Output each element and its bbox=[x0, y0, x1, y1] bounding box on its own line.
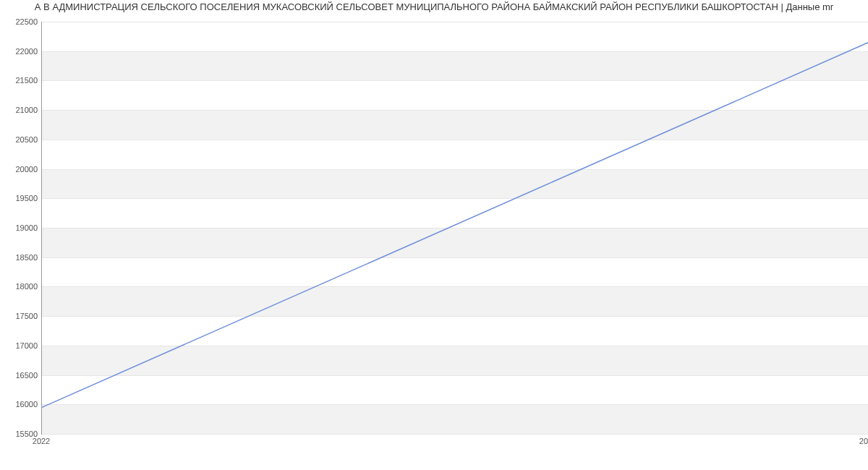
y-tick-label: 18500 bbox=[3, 253, 38, 262]
x-tick-label: 2024 bbox=[859, 437, 868, 445]
y-tick-label: 18000 bbox=[3, 282, 38, 291]
y-tick-label: 21500 bbox=[3, 76, 38, 85]
y-tick-label: 20000 bbox=[3, 165, 38, 174]
y-tick-label: 21000 bbox=[3, 106, 38, 114]
y-tick-label: 22000 bbox=[3, 47, 38, 56]
x-tick-label: 2022 bbox=[33, 437, 50, 445]
chart-title-text: А В АДМИНИСТРАЦИЯ СЕЛЬСКОГО ПОСЕЛЕНИЯ МУ… bbox=[35, 1, 833, 12]
y-tick-label: 22500 bbox=[3, 17, 38, 26]
y-tick-label: 17000 bbox=[3, 341, 38, 350]
grid-line bbox=[42, 434, 868, 435]
y-tick-label: 19000 bbox=[3, 223, 38, 232]
y-tick-label: 16000 bbox=[3, 400, 38, 409]
y-tick-label: 16500 bbox=[3, 371, 38, 380]
chart-container: А В АДМИНИСТРАЦИЯ СЕЛЬСКОГО ПОСЕЛЕНИЯ МУ… bbox=[0, 0, 868, 470]
y-tick-label: 19500 bbox=[3, 194, 38, 202]
series-line bbox=[42, 43, 868, 408]
y-tick-label: 20500 bbox=[3, 135, 38, 144]
chart-title: А В АДМИНИСТРАЦИЯ СЕЛЬСКОГО ПОСЕЛЕНИЯ МУ… bbox=[0, 1, 868, 12]
y-tick-label: 17500 bbox=[3, 312, 38, 320]
line-series bbox=[42, 22, 868, 434]
plot-area bbox=[41, 22, 868, 435]
